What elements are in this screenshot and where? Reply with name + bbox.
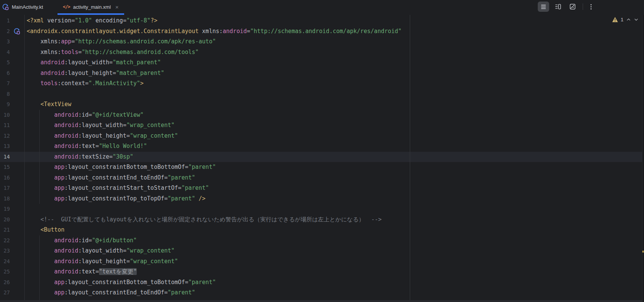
line-number[interactable]: 22 xyxy=(0,235,10,246)
view-mode-split-button[interactable] xyxy=(552,2,564,12)
line-number[interactable]: 9 xyxy=(0,99,10,110)
code-line[interactable]: 15 app:layout_constraintBottom_toBottomO… xyxy=(0,162,642,173)
tab-mainactivity-kt[interactable]: MainActivity.kt xyxy=(0,0,48,15)
code-line-text[interactable]: android:id="@+id/button" xyxy=(10,235,137,246)
line-number[interactable]: 24 xyxy=(0,256,10,267)
code-line[interactable]: 23 android:layout_width="wrap_content" xyxy=(0,246,642,256)
line-number[interactable]: 27 xyxy=(0,288,10,298)
code-line[interactable]: 6 android:layout_height="match_parent" xyxy=(0,68,642,79)
code-line-text[interactable]: xmlns:tools="http://schemas.android.com/… xyxy=(10,47,199,58)
code-line-text[interactable]: android:layout_height="wrap_content" xyxy=(10,131,178,141)
code-line-text[interactable]: android:id="@+id/textView" xyxy=(10,110,144,121)
code-line-text[interactable]: tools:context=".MainActivity"> xyxy=(10,78,144,89)
line-number[interactable]: 7 xyxy=(0,78,10,89)
tab-activity-main-xml[interactable]: </> activity_main.xml × xyxy=(58,0,124,15)
code-line[interactable]: 9 <TextView xyxy=(0,99,642,110)
scrollbar-error-stripe[interactable] xyxy=(642,15,644,302)
line-number[interactable]: 8 xyxy=(0,89,10,100)
code-line[interactable]: 16 app:layout_constraintEnd_toEndOf="par… xyxy=(0,173,642,183)
code-line-text[interactable]: android:textSize="30sp" xyxy=(10,152,133,162)
design-view-icon xyxy=(569,3,576,10)
code-line[interactable]: 18 app:layout_constraintTop_toTopOf="par… xyxy=(0,194,642,204)
code-line[interactable]: 20 <!-- GUIで配置してもlayoutを入れないと場所が固定されないため… xyxy=(0,215,642,225)
code-line[interactable]: 10 android:id="@+id/textView" xyxy=(0,110,642,121)
view-mode-code-button[interactable] xyxy=(538,2,549,12)
line-number[interactable]: 15 xyxy=(0,162,10,173)
code-line-text[interactable]: android:layout_width="wrap_content" xyxy=(10,120,174,131)
line-number[interactable]: 18 xyxy=(0,194,10,204)
xml-code-icon: </> xyxy=(63,4,70,10)
code-line[interactable]: 13 android:text="Hello World!" xyxy=(0,141,642,152)
code-line-text[interactable]: <TextView xyxy=(10,99,71,110)
code-line-text[interactable]: app:layout_constraintBottom_toBottomOf="… xyxy=(10,162,216,173)
more-options-button[interactable] xyxy=(587,2,595,12)
code-line-text[interactable]: <androidx.constraintlayout.widget.Constr… xyxy=(10,26,401,37)
code-line[interactable]: 8 xyxy=(0,89,642,100)
line-number[interactable]: 19 xyxy=(0,204,10,215)
next-problem-button[interactable] xyxy=(634,17,639,22)
tab-close-icon[interactable]: × xyxy=(115,4,119,10)
prev-problem-button[interactable] xyxy=(626,17,631,22)
code-line-text[interactable]: app:layout_constraintTop_toTopOf="parent… xyxy=(10,194,206,204)
line-number[interactable]: 25 xyxy=(0,267,10,277)
code-line-text[interactable] xyxy=(10,204,27,215)
code-line-text[interactable]: xmlns:app="http://schemas.android.com/ap… xyxy=(10,37,216,47)
code-line-text[interactable] xyxy=(10,89,27,100)
warning-icon xyxy=(612,17,618,22)
code-line[interactable]: 3 xmlns:app="http://schemas.android.com/… xyxy=(0,37,642,47)
line-number[interactable]: 5 xyxy=(0,57,10,68)
line-number[interactable]: 10 xyxy=(0,110,10,121)
code-line[interactable]: 2<androidx.constraintlayout.widget.Const… xyxy=(0,26,642,37)
code-line[interactable]: 7 tools:context=".MainActivity"> xyxy=(0,78,642,89)
code-line-text[interactable]: <Button xyxy=(10,225,64,235)
code-line-text[interactable]: app:layout_constraintEnd_toEndOf="parent… xyxy=(10,288,195,298)
code-line[interactable]: 24 android:layout_height="wrap_content" xyxy=(0,256,642,267)
warning-stripe-mark[interactable] xyxy=(642,251,644,253)
go-to-related-file-icon[interactable] xyxy=(14,28,20,35)
line-number[interactable]: 14 xyxy=(0,152,10,162)
view-mode-design-button[interactable] xyxy=(567,2,578,12)
chevron-down-icon xyxy=(634,17,639,22)
inspections-widget[interactable]: 1 xyxy=(612,17,639,22)
code-line[interactable]: 12 android:layout_height="wrap_content" xyxy=(0,131,642,141)
code-line-text[interactable]: android:layout_width="match_parent" xyxy=(10,57,161,68)
code-line-text[interactable]: android:text="Hello World!" xyxy=(10,141,147,152)
code-line[interactable]: 25 android:text="textを変更" xyxy=(0,267,642,277)
line-number[interactable]: 4 xyxy=(0,47,10,58)
code-line[interactable]: 21 <Button xyxy=(0,225,642,235)
code-line[interactable]: 27 app:layout_constraintEnd_toEndOf="par… xyxy=(0,288,642,298)
code-line[interactable]: 19 xyxy=(0,204,642,215)
code-line-text[interactable]: android:layout_height="wrap_content" xyxy=(10,256,178,267)
code-line[interactable]: 26 app:layout_constraintBottom_toBottomO… xyxy=(0,277,642,288)
code-line-text[interactable]: android:text="textを変更" xyxy=(10,267,137,277)
line-number[interactable]: 6 xyxy=(0,68,10,79)
line-number[interactable]: 16 xyxy=(0,173,10,183)
code-line-text[interactable]: app:layout_constraintBottom_toBottomOf="… xyxy=(10,277,216,288)
line-number[interactable]: 20 xyxy=(0,215,10,225)
code-line-text[interactable]: <!-- GUIで配置してもlayoutを入れないと場所が固定されないため警告が… xyxy=(10,215,382,225)
code-line-text[interactable]: <?xml version="1.0" encoding="utf-8"?> xyxy=(10,16,157,26)
line-number[interactable]: 17 xyxy=(0,183,10,194)
code-line[interactable]: 1<?xml version="1.0" encoding="utf-8"?> xyxy=(0,16,642,26)
line-number[interactable]: 2 xyxy=(0,26,10,37)
code-line[interactable]: 17 app:layout_constraintStart_toStartOf=… xyxy=(0,183,642,194)
code-line-text[interactable]: app:layout_constraintStart_toStartOf="pa… xyxy=(10,183,209,194)
line-number[interactable]: 11 xyxy=(0,120,10,131)
code-line-text[interactable]: android:layout_height="match_parent" xyxy=(10,68,164,79)
line-number[interactable]: 26 xyxy=(0,277,10,288)
code-line[interactable]: 11 android:layout_width="wrap_content" xyxy=(0,120,642,131)
line-number[interactable]: 1 xyxy=(0,16,10,26)
code-line[interactable]: 14 android:textSize="30sp" xyxy=(0,152,642,162)
code-line[interactable]: 4 xmlns:tools="http://schemas.android.co… xyxy=(0,47,642,58)
kebab-menu-icon xyxy=(590,4,592,10)
code-line[interactable]: 22 android:id="@+id/button" xyxy=(0,235,642,246)
line-number[interactable]: 12 xyxy=(0,131,10,141)
line-number[interactable]: 21 xyxy=(0,225,10,235)
code-line-text[interactable]: app:layout_constraintEnd_toEndOf="parent… xyxy=(10,173,195,183)
line-number[interactable]: 23 xyxy=(0,246,10,256)
code-line[interactable]: 5 android:layout_width="match_parent" xyxy=(0,57,642,68)
line-number[interactable]: 3 xyxy=(0,37,10,47)
line-number[interactable]: 13 xyxy=(0,141,10,152)
code-line-text[interactable]: android:layout_width="wrap_content" xyxy=(10,246,174,256)
horizontal-scrollbar[interactable] xyxy=(0,300,642,302)
